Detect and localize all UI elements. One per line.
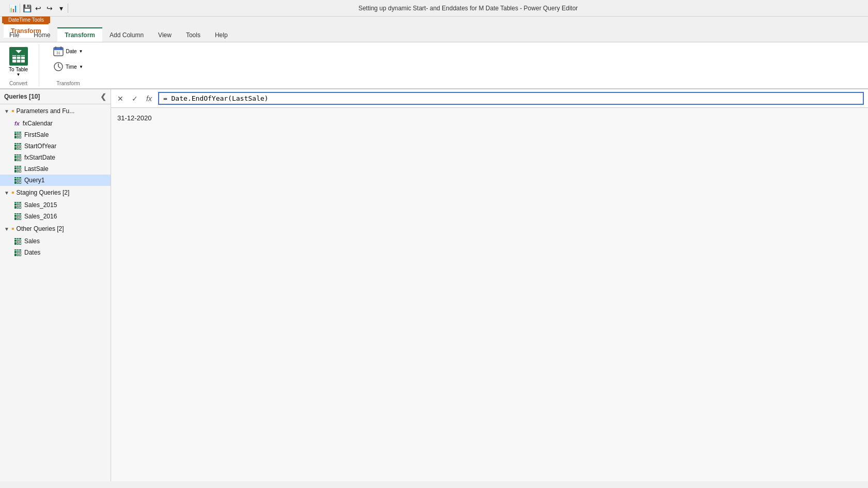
query-group-other: ▼ ▪ Other Queries [2] Sales Dates [0,222,111,258]
contextual-tab-label: DateTime Tools [2,17,50,23]
table-icon-fxstartdate [14,154,21,161]
table-icon-firstsale [14,132,21,138]
tab-home[interactable]: Home [26,28,57,42]
formula-cancel-button[interactable]: ✕ [115,93,126,104]
quick-access-toolbar: 📊 💾 ↩ ↪ ▾ [4,2,72,15]
query-group-parameters: ▼ ▪ Parameters and Fu... fx fxCalendar F… [0,104,111,186]
formula-input[interactable] [158,92,864,105]
fxstartdate-label: fxStartDate [24,154,55,161]
query-item-startofyear[interactable]: StartOfYear [0,140,111,152]
staging-folder-icon: ▪ [11,188,14,197]
window-title: Setting up dynamic Start- and Enddates f… [72,5,864,12]
queries-label: Queries [10] [4,93,40,100]
query-item-sales2015[interactable]: Sales_2015 [0,199,111,211]
sales2016-label: Sales_2016 [24,213,57,220]
query-group-other-header[interactable]: ▼ ▪ Other Queries [2] [0,222,111,235]
other-folder-icon: ▪ [11,224,14,233]
to-table-icon [11,49,26,64]
query-item-query1[interactable]: Query1 [0,175,111,186]
query1-label: Query1 [24,177,44,184]
time-label: Time [66,64,77,70]
table-icon-startofyear [14,143,21,150]
formula-fx-label: fx [144,95,154,103]
tab-add-column[interactable]: Add Column [102,28,151,42]
date-arrow: ▼ [79,49,83,54]
transform-group-label: Transform [56,80,80,86]
formula-confirm-button[interactable]: ✓ [130,93,140,104]
parameters-folder-icon: ▪ [11,106,14,116]
query-item-sales[interactable]: Sales [0,235,111,247]
time-button[interactable]: Time ▼ [50,60,87,73]
parameters-group-label: Parameters and Fu... [17,107,75,115]
tab-tools[interactable]: Tools [179,28,208,42]
svg-marker-5 [16,50,22,53]
query-item-fxcalendar[interactable]: fx fxCalendar [0,118,111,129]
time-arrow: ▼ [79,65,83,69]
query-item-dates[interactable]: Dates [0,247,111,258]
table-icon-lastsale [14,166,21,172]
table-icon-sales [14,238,21,245]
tab-file[interactable]: File [2,28,26,42]
undo-icon[interactable]: ↩ [34,4,43,13]
title-bar: 📊 💾 ↩ ↪ ▾ Setting up dynamic Start- and … [0,0,868,17]
app-icon: 📊 [8,4,18,13]
query-group-staging-header[interactable]: ▼ ▪ Staging Queries [2] [0,186,111,199]
query-item-fxstartdate[interactable]: fxStartDate [0,152,111,163]
time-icon [53,61,64,72]
query-item-sales2016[interactable]: Sales_2016 [0,211,111,222]
ribbon-group-convert: To Table ▼ Convert [4,44,39,86]
ribbon-group-transform-content: 31 Date ▼ Time ▼ [50,44,87,80]
firstsale-label: FirstSale [24,131,49,138]
svg-rect-6 [12,53,25,55]
dropdown-icon[interactable]: ▾ [56,4,66,13]
tab-view[interactable]: View [151,28,179,42]
fxcalendar-label: fxCalendar [23,120,53,127]
other-arrow-icon: ▼ [4,226,9,232]
query-item-lastsale[interactable]: LastSale [0,163,111,175]
sidebar-collapse-button[interactable]: ❮ [100,92,106,101]
dates-label: Dates [24,249,40,256]
separator2 [68,4,68,13]
ribbon: To Table ▼ Convert 31 [0,42,868,89]
content-value: 31-12-2020 [117,114,152,122]
separator [20,4,20,13]
sidebar: Queries [10] ❮ ▼ ▪ Parameters and Fu... … [0,89,111,481]
function-icon-fxcalendar: fx [14,120,20,127]
to-table-arrow: ▼ [17,72,21,77]
save-icon[interactable]: 💾 [22,4,32,13]
sales-label: Sales [24,238,40,245]
tab-transform[interactable]: Transform [57,27,102,42]
redo-icon[interactable]: ↪ [45,4,54,13]
other-group-label: Other Queries [2] [17,225,64,232]
formula-bar: ✕ ✓ fx [111,89,868,108]
lastsale-label: LastSale [24,165,49,172]
svg-text:31: 31 [57,51,61,55]
table-icon-sales2016 [14,213,21,220]
query-item-firstsale[interactable]: FirstSale [0,129,111,140]
sidebar-header: Queries [10] ❮ [0,89,111,104]
to-table-label: To Table [9,67,28,72]
tab-help[interactable]: Help [208,28,235,42]
staging-arrow-icon: ▼ [4,190,9,196]
parameters-arrow-icon: ▼ [4,108,9,114]
table-icon-dates [14,249,21,256]
date-label: Date [66,49,76,54]
startofyear-label: StartOfYear [24,143,56,150]
table-icon-sales2015 [14,202,21,209]
sales2015-label: Sales_2015 [24,201,57,209]
svg-rect-9 [54,49,63,50]
convert-group-label: Convert [9,80,27,86]
date-icon: 31 [53,46,64,56]
ribbon-group-transform: 31 Date ▼ Time ▼ [50,44,93,86]
query-group-parameters-header[interactable]: ▼ ▪ Parameters and Fu... [0,104,111,118]
date-button[interactable]: 31 Date ▼ [50,44,87,58]
staging-group-label: Staging Queries [2] [17,189,70,196]
to-table-button[interactable]: To Table ▼ [4,44,33,80]
query-group-staging: ▼ ▪ Staging Queries [2] Sales_2015 Sal [0,186,111,222]
content-area: 31-12-2020 [111,108,868,481]
ribbon-group-convert-content: To Table ▼ [4,44,33,80]
table-icon-query1 [14,177,21,184]
